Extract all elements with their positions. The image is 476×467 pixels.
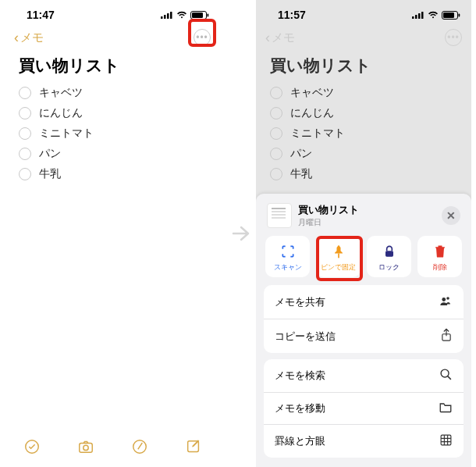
checklist-icon[interactable]	[23, 438, 41, 455]
note-title: 買い物リスト	[270, 55, 457, 77]
status-bar: 11:47	[5, 0, 220, 25]
phone-left: 11:47 ‹ メモ ••• 買い物リスト キャベツ にんじん ミニトマト パン…	[5, 0, 220, 467]
trash-icon	[432, 244, 448, 259]
checkbox-icon[interactable]	[19, 107, 31, 119]
sheet-header: 買い物リスト 月曜日 ✕	[264, 203, 464, 236]
list-item[interactable]: 牛乳	[19, 164, 206, 184]
lock-icon	[382, 244, 397, 259]
signal-icon	[412, 11, 424, 19]
nav-bar: ‹ メモ •••	[5, 25, 220, 50]
svg-rect-12	[412, 16, 414, 19]
checkbox-icon[interactable]	[270, 148, 282, 160]
list-item[interactable]: キャベツ	[19, 83, 206, 103]
note-title: 買い物リスト	[19, 55, 206, 77]
checkbox-icon[interactable]	[19, 168, 31, 180]
checkbox-icon[interactable]	[270, 87, 282, 99]
camera-icon[interactable]	[77, 438, 94, 455]
menu-move[interactable]: メモを移動	[264, 393, 464, 425]
more-button[interactable]: •••	[194, 29, 211, 46]
menu-sendcopy[interactable]: コピーを送信	[264, 319, 464, 353]
list-item[interactable]: にんじん	[270, 103, 457, 123]
compose-icon[interactable]	[185, 438, 202, 455]
back-label: メモ	[272, 30, 295, 45]
scan-button[interactable]: スキャン	[265, 236, 310, 277]
chevron-left-icon: ‹	[265, 30, 270, 45]
action-sheet: 買い物リスト 月曜日 ✕ スキャン ピンで固定 ロック 削除	[256, 194, 471, 467]
svg-rect-25	[441, 435, 451, 445]
bottom-toolbar	[5, 431, 220, 462]
svg-rect-13	[415, 15, 417, 19]
grid-icon	[439, 433, 453, 449]
status-icons	[161, 11, 209, 20]
svg-rect-5	[192, 12, 203, 18]
back-button[interactable]: ‹ メモ	[14, 30, 44, 45]
sheet-title: 買い物リスト	[298, 203, 435, 217]
action-grid: スキャン ピンで固定 ロック 削除	[264, 236, 464, 277]
checkbox-icon[interactable]	[19, 148, 31, 160]
menu-share[interactable]: メモを共有	[264, 285, 464, 319]
lock-button[interactable]: ロック	[367, 236, 411, 277]
menu-group-1: メモを共有 コピーを送信	[264, 285, 464, 353]
checkbox-icon[interactable]	[19, 127, 31, 140]
list-item[interactable]: 牛乳	[270, 164, 457, 184]
note-body: 買い物リスト キャベツ にんじん ミニトマト パン 牛乳	[256, 50, 471, 189]
svg-rect-1	[164, 15, 166, 19]
battery-icon	[190, 11, 209, 20]
status-time: 11:57	[278, 9, 306, 21]
note-thumbnail	[267, 203, 292, 228]
more-icon: •••	[196, 32, 208, 43]
svg-rect-17	[443, 12, 454, 18]
checklist: キャベツ にんじん ミニトマト パン 牛乳	[270, 83, 457, 184]
menu-group-2: メモを検索 メモを移動 罫線と方眼	[264, 359, 464, 458]
menu-lines[interactable]: 罫線と方眼	[264, 425, 464, 458]
checkbox-icon[interactable]	[270, 127, 282, 140]
pin-icon	[331, 244, 346, 259]
status-time: 11:47	[27, 9, 55, 21]
sheet-close-button[interactable]: ✕	[442, 206, 460, 225]
checkbox-icon[interactable]	[19, 87, 31, 99]
svg-rect-8	[79, 443, 92, 452]
folder-icon	[439, 401, 453, 415]
checklist: キャベツ にんじん ミニトマト パン 牛乳	[19, 83, 206, 184]
svg-rect-19	[338, 254, 339, 258]
list-item[interactable]: パン	[270, 144, 457, 164]
search-icon	[439, 368, 453, 383]
battery-icon	[442, 11, 460, 20]
more-button[interactable]: •••	[445, 29, 462, 46]
list-item[interactable]: ミニトマト	[19, 123, 206, 144]
scan-icon	[280, 244, 296, 259]
delete-button[interactable]: 削除	[417, 236, 462, 277]
svg-rect-3	[170, 12, 172, 19]
svg-point-9	[83, 445, 87, 450]
note-body: 買い物リスト キャベツ にんじん ミニトマト パン 牛乳	[5, 50, 220, 189]
svg-rect-6	[208, 13, 209, 16]
back-button[interactable]: ‹ メモ	[265, 30, 295, 45]
arrow-icon	[229, 220, 255, 247]
wifi-icon	[176, 11, 187, 19]
collaborate-icon	[439, 294, 453, 310]
close-icon: ✕	[446, 209, 456, 222]
svg-rect-15	[421, 12, 424, 19]
svg-rect-20	[385, 251, 393, 257]
share-icon	[440, 328, 453, 344]
markup-icon[interactable]	[131, 438, 148, 455]
chevron-left-icon: ‹	[14, 30, 19, 45]
sheet-titles: 買い物リスト 月曜日	[298, 203, 435, 228]
phone-right: 11:57 ‹ メモ ••• 買い物リスト キャベツ にんじん ミニトマト パン…	[256, 0, 471, 467]
svg-point-24	[441, 369, 449, 377]
checkbox-icon[interactable]	[270, 168, 282, 180]
list-item[interactable]: キャベツ	[270, 83, 457, 103]
menu-search[interactable]: メモを検索	[264, 359, 464, 393]
checkbox-icon[interactable]	[270, 107, 282, 119]
list-item[interactable]: ミニトマト	[270, 123, 457, 144]
sheet-subtitle: 月曜日	[298, 217, 435, 228]
list-item[interactable]: パン	[19, 144, 206, 164]
svg-rect-0	[161, 16, 163, 19]
status-bar: 11:57	[256, 0, 471, 25]
list-item[interactable]: にんじん	[19, 103, 206, 123]
pin-button[interactable]: ピンで固定	[316, 236, 361, 277]
svg-rect-2	[167, 13, 169, 19]
svg-rect-18	[459, 13, 460, 16]
back-label: メモ	[20, 30, 44, 45]
nav-bar: ‹ メモ •••	[256, 25, 471, 50]
